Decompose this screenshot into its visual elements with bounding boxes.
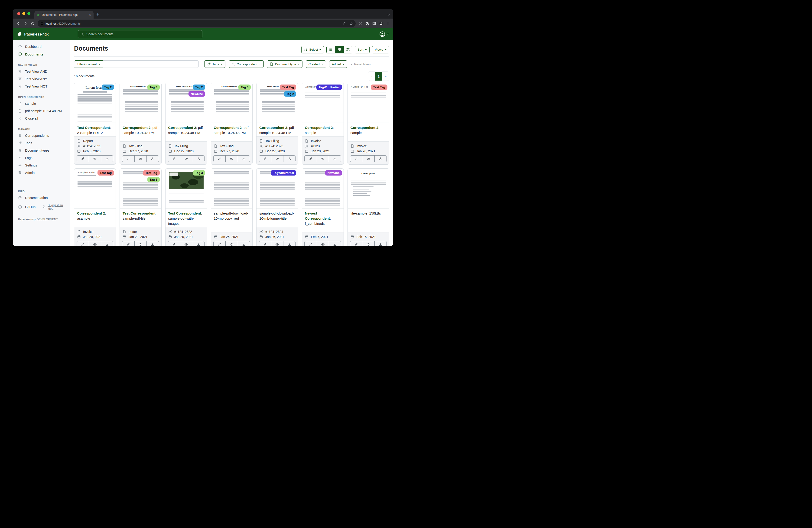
filter-correspondent-button[interactable]: Correspondent — [229, 60, 264, 68]
edit-document-button[interactable] — [305, 156, 316, 162]
document-card[interactable]: A Simple PDF FileTest TagCorrespondent 2… — [348, 83, 389, 165]
bookmark-star-icon[interactable] — [349, 22, 353, 25]
tag-badge[interactable]: Tag 2 — [102, 85, 114, 90]
download-document-button[interactable] — [374, 156, 387, 162]
browser-menu-dots-icon[interactable] — [386, 22, 390, 25]
sidebar-item-test-view-not[interactable]: Test View NOT — [13, 83, 70, 90]
document-card[interactable]: A Simple PDF FileTagWithPartialCorrespon… — [302, 83, 344, 165]
user-menu[interactable] — [379, 31, 393, 37]
filter-added-button[interactable]: Added — [329, 60, 347, 68]
document-thumbnail[interactable]: Adobe Acrobat PDF FilesTest TagTag 2 — [257, 83, 298, 123]
reset-filters-button[interactable]: ×Reset filters — [350, 62, 371, 66]
view-table-button[interactable] — [344, 46, 352, 53]
document-thumbnail[interactable]: TagWithPartial — [257, 169, 298, 209]
tab-search-chevron-icon[interactable] — [387, 13, 390, 16]
view-document-button[interactable] — [180, 241, 192, 246]
view-document-button[interactable] — [271, 241, 283, 246]
document-thumbnail[interactable]: A Simple PDF FileTest Tag — [348, 83, 389, 123]
view-document-button[interactable] — [89, 241, 101, 246]
reload-icon[interactable] — [31, 22, 34, 26]
sidebar-item-documentation[interactable]: Documentation — [13, 194, 70, 201]
sidebar-item-tags[interactable]: Tags — [13, 139, 70, 147]
share-icon[interactable] — [343, 22, 347, 25]
download-document-button[interactable] — [374, 241, 387, 246]
sidebar-item-document-types[interactable]: Document types — [13, 147, 70, 154]
sidebar-item-logs[interactable]: Logs — [13, 154, 70, 161]
document-thumbnail[interactable]: Lorem IpsumTag 2 — [74, 83, 116, 123]
document-thumbnail[interactable] — [211, 169, 252, 209]
tag-badge[interactable]: TagWithPartial — [316, 85, 342, 90]
view-document-button[interactable] — [89, 156, 101, 162]
tag-badge[interactable]: Tag 3 — [193, 170, 205, 175]
correspondent-link[interactable]: Correspondent 2 — [305, 126, 333, 130]
document-card[interactable]: Test TagTag 3Test Correspondent: sample-… — [119, 168, 161, 246]
edit-document-button[interactable] — [77, 156, 89, 162]
edit-document-button[interactable] — [350, 156, 362, 162]
edit-document-button[interactable] — [168, 241, 180, 246]
tag-badge[interactable]: Test Tag — [143, 170, 160, 175]
profile-avatar-icon[interactable] — [379, 22, 383, 26]
view-document-button[interactable] — [226, 156, 237, 162]
new-tab-button[interactable]: + — [96, 12, 99, 17]
document-card[interactable]: Adobe Acrobat PDF FilesTest TagTag 2Corr… — [256, 83, 298, 165]
document-card[interactable]: Lorem IpsumTag 2Test Correspondent: A Sa… — [74, 83, 116, 165]
sort-button[interactable]: Sort — [355, 46, 369, 53]
sidebar-item-documents[interactable]: Documents — [13, 51, 70, 58]
document-card[interactable]: Adobe Acrobat PDF FilesTag 3Corresponden… — [211, 83, 252, 165]
download-document-button[interactable] — [192, 241, 204, 246]
side-panel-icon[interactable] — [372, 22, 376, 25]
document-card[interactable]: A Simple PDF FileTest TagCorrespondent 2… — [74, 168, 116, 246]
correspondent-link[interactable]: Test Correspondent — [168, 211, 201, 215]
document-card[interactable]: Lorem ipsumfile-sample_150kBsFeb 15, 202… — [348, 168, 389, 246]
suggest-an-idea-link[interactable]: Suggest an idea — [42, 203, 67, 210]
view-document-button[interactable] — [317, 241, 329, 246]
edit-document-button[interactable] — [214, 156, 226, 162]
edit-document-button[interactable] — [168, 156, 180, 162]
sidebar-item-pdf-sample-10.24.48-pm[interactable]: pdf-sample 10.24.48 PM — [13, 107, 70, 115]
back-icon[interactable] — [16, 22, 20, 26]
extensions-puzzle-icon[interactable] — [366, 22, 369, 25]
sidebar-item-dashboard[interactable]: Dashboard — [13, 43, 70, 51]
download-document-button[interactable] — [192, 156, 204, 162]
document-thumbnail[interactable]: A Simple PDF FileTest Tag — [74, 169, 116, 209]
tab-close-icon[interactable]: ✕ — [89, 13, 91, 16]
sidebar-item-test-view-and[interactable]: Test View AND — [13, 68, 70, 75]
view-document-button[interactable] — [134, 156, 146, 162]
download-document-button[interactable] — [101, 156, 113, 162]
page-prev-button[interactable]: « — [368, 72, 375, 81]
document-thumbnail[interactable]: Adobe Acrobat PDF FilesTag 3 — [120, 83, 161, 123]
correspondent-link[interactable]: Test Correspondent — [77, 126, 110, 130]
minimize-window-button[interactable] — [22, 12, 25, 15]
browser-tab[interactable]: Documents - Paperless-ngx ✕ — [34, 11, 93, 18]
download-document-button[interactable] — [238, 241, 250, 246]
document-thumbnail[interactable]: Tag 3 — [165, 169, 207, 209]
view-document-button[interactable] — [226, 241, 237, 246]
edit-document-button[interactable] — [77, 241, 89, 246]
sidebar-item-sample[interactable]: sample — [13, 100, 70, 107]
filter-document-type-button[interactable]: Document type — [267, 60, 303, 68]
tag-badge[interactable]: TagWithPartial — [271, 170, 296, 175]
download-document-button[interactable] — [146, 156, 159, 162]
zoom-window-button[interactable] — [27, 12, 30, 15]
tag-badge[interactable]: Tag 2 — [193, 85, 205, 90]
filter-text-input[interactable] — [103, 60, 199, 68]
correspondent-link[interactable]: Correspondent 2 — [259, 126, 287, 130]
correspondent-link[interactable]: Correspondent 2 — [350, 126, 378, 130]
download-document-button[interactable] — [283, 241, 295, 246]
download-document-button[interactable] — [238, 156, 250, 162]
edit-document-button[interactable] — [305, 241, 316, 246]
views-button[interactable]: Views — [372, 46, 389, 53]
filter-created-button[interactable]: Created — [306, 60, 326, 68]
forward-icon[interactable] — [24, 22, 28, 26]
document-thumbnail[interactable]: Adobe Acrobat PDF FilesTag 3 — [211, 83, 252, 123]
document-thumbnail[interactable]: Test TagTag 3 — [120, 169, 161, 209]
correspondent-link[interactable]: Correspondent 2 — [77, 211, 105, 215]
filter-field-button[interactable]: Title & content — [74, 60, 103, 68]
download-document-button[interactable] — [283, 156, 295, 162]
edit-document-button[interactable] — [214, 241, 226, 246]
view-document-button[interactable] — [271, 156, 283, 162]
site-info-icon[interactable] — [40, 22, 44, 25]
view-list-button[interactable] — [327, 46, 335, 53]
tag-badge[interactable]: Tag 2 — [284, 91, 296, 97]
view-document-button[interactable] — [180, 156, 192, 162]
